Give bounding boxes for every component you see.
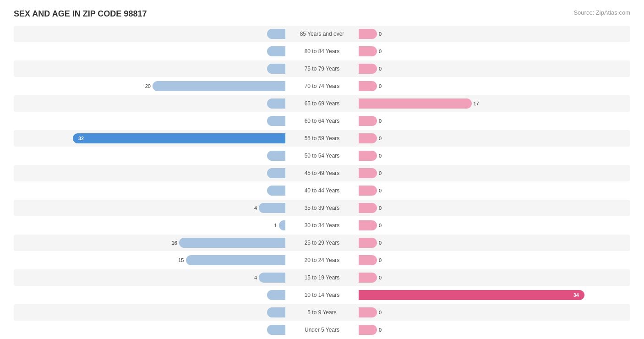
male-bar-stub [267,98,285,109]
male-bar [186,255,286,265]
female-value-zero: 0 [379,310,382,315]
bar-row: 1625 to 29 Years0 [14,235,630,251]
female-bar-stub [359,29,377,39]
left-section: 16 [14,235,285,251]
age-group-label: Under 5 Years [285,327,359,333]
age-group-label: 80 to 84 Years [285,48,359,55]
source-label: Source: ZipAtlas.com [573,9,630,16]
bar-row: 075 to 79 Years0 [14,60,630,77]
female-value-zero: 0 [379,257,382,263]
left-section: 0 [14,287,285,303]
age-group-label: 25 to 29 Years [285,240,359,246]
female-value-zero: 0 [379,83,382,89]
bar-row: 065 to 69 Years17 [14,95,630,112]
right-section: 0 [359,165,630,181]
age-group-label: 40 to 44 Years [285,187,359,194]
left-section: 15 [14,252,285,268]
female-value-zero: 0 [379,31,382,37]
right-section: 0 [359,304,630,321]
male-value: 16 [172,240,177,246]
female-bar-stub [359,46,377,56]
male-bar-stub [267,168,285,178]
male-bar [179,238,285,248]
age-group-label: 5 to 9 Years [285,309,359,316]
left-section: 0 [14,26,285,42]
female-value-zero: 0 [379,170,382,176]
left-section: 0 [14,148,285,164]
male-bar [279,220,286,230]
left-section: 0 [14,95,285,112]
age-group-label: 65 to 69 Years [285,100,359,107]
right-section: 0 [359,78,630,94]
left-section: 0 [14,60,285,77]
left-section: 0 [14,43,285,60]
female-value-zero: 0 [379,153,382,159]
female-value-zero: 0 [379,327,382,333]
bar-row: 2070 to 74 Years0 [14,78,630,94]
female-value-zero: 0 [379,240,382,246]
male-bar-stub [267,46,285,56]
male-bar-stub [267,186,285,196]
age-group-label: 30 to 34 Years [285,222,359,229]
left-section: 32 [14,130,285,147]
female-bar-stub [359,238,377,248]
female-value-zero: 0 [379,188,382,193]
female-bar-stub [359,220,377,230]
male-bar [259,273,285,283]
female-value-zero: 0 [379,118,382,124]
female-bar-stub [359,168,377,178]
bar-row: 3255 to 59 Years0 [14,130,630,147]
female-bar-stub [359,133,377,143]
right-section: 0 [359,148,630,164]
female-bar-stub [359,307,377,317]
female-bar-stub [359,273,377,283]
left-section: 0 [14,182,285,199]
left-section: 0 [14,322,285,338]
female-bar-stub [359,203,377,213]
male-bar-stub [267,29,285,39]
right-section: 0 [359,130,630,147]
female-value-inside: 34 [571,292,582,298]
bar-row: 045 to 49 Years0 [14,165,630,181]
female-bar-stub [359,255,377,265]
male-bar-stub [267,151,285,161]
right-section: 0 [359,269,630,286]
right-section: 0 [359,217,630,234]
female-bar-stub [359,64,377,74]
left-section: 4 [14,200,285,216]
chart-container: SEX AND AGE IN ZIP CODE 98817 Source: Zi… [0,0,644,339]
bar-row: 415 to 19 Years0 [14,269,630,286]
female-value: 17 [474,101,479,106]
left-section: 1 [14,217,285,234]
female-value-zero: 0 [379,205,382,211]
male-value: 4 [254,275,257,280]
chart-area: 085 Years and over0080 to 84 Years0075 t… [14,26,630,338]
bar-row: 050 to 54 Years0 [14,148,630,164]
female-value-zero: 0 [379,49,382,54]
male-bar-stub [267,307,285,317]
female-value-zero: 0 [379,66,382,71]
age-group-label: 45 to 49 Years [285,170,359,176]
female-bar [359,98,472,109]
male-bar: 32 [73,133,285,143]
female-bar-stub [359,186,377,196]
bar-row: 130 to 34 Years0 [14,217,630,234]
female-bar-stub [359,151,377,161]
age-group-label: 35 to 39 Years [285,205,359,211]
left-section: 0 [14,165,285,181]
female-bar-stub [359,116,377,126]
left-section: 4 [14,269,285,286]
left-section: 0 [14,113,285,129]
age-group-label: 15 to 19 Years [285,274,359,281]
male-bar [259,203,285,213]
male-bar-stub [267,116,285,126]
right-section: 0 [359,43,630,60]
bar-row: 05 to 9 Years0 [14,304,630,321]
bar-row: 080 to 84 Years0 [14,43,630,60]
female-bar: 34 [359,290,584,300]
right-section: 0 [359,26,630,42]
bar-row: 435 to 39 Years0 [14,200,630,216]
male-value: 15 [178,257,184,263]
right-section: 34 [359,287,630,303]
female-value-zero: 0 [379,275,382,280]
